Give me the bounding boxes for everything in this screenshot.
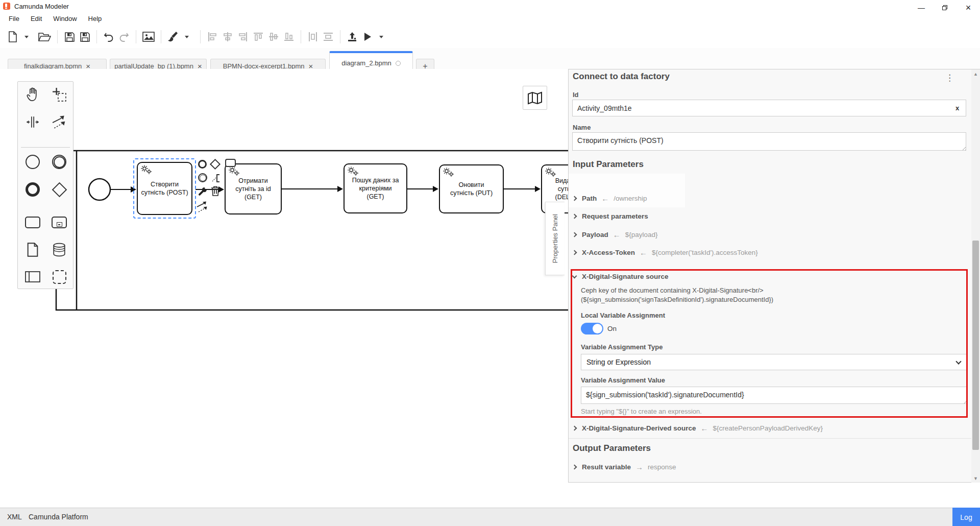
context-pad-append-task[interactable]	[225, 159, 236, 167]
task-label: Оновити	[459, 181, 484, 188]
context-pad-append-intermediate-event[interactable]	[198, 173, 207, 182]
chevron-down-icon	[955, 358, 961, 364]
create-data-store[interactable]	[51, 241, 68, 258]
minimize-button[interactable]: —	[910, 0, 933, 15]
param-label: Result variable	[582, 463, 631, 471]
global-connect-tool[interactable]	[51, 113, 68, 131]
align-left-button[interactable]	[205, 28, 220, 45]
new-file-button[interactable]	[5, 28, 20, 45]
save-as-button[interactable]	[77, 28, 92, 45]
chevron-right-icon	[572, 196, 577, 201]
menu-help[interactable]: Help	[84, 13, 107, 25]
context-pad-append-text-annotation[interactable]	[211, 173, 223, 184]
deploy-upload-icon	[347, 31, 358, 42]
kebab-menu-icon[interactable]: ⋮	[945, 73, 954, 83]
param-row-payload[interactable]: Payload ← ${payload}	[573, 230, 658, 239]
variable-assignment-value-textarea[interactable]: ${sign_submission('taskId').signatureDoc…	[581, 387, 968, 404]
param-value: ${completer('taskId').accessToken}	[652, 249, 758, 256]
toolbar-separator	[136, 30, 136, 43]
menu-file[interactable]: File	[4, 13, 24, 25]
param-row-path[interactable]: Path ← /ownership	[573, 194, 647, 203]
xml-view-button[interactable]: XML	[7, 513, 22, 521]
log-button[interactable]: Log	[952, 508, 980, 526]
toolbar-separator	[340, 30, 340, 43]
context-pad-append-end-event[interactable]	[198, 160, 207, 169]
toolbar-separator	[200, 30, 201, 43]
save-as-icon	[80, 32, 90, 42]
create-end-event[interactable]	[24, 181, 41, 198]
create-group[interactable]	[51, 268, 68, 285]
create-task[interactable]	[24, 213, 41, 231]
new-file-dropdown[interactable]	[20, 28, 36, 45]
param-row-x-digital-signature-derived-source[interactable]: X-Digital-Signature-Derived source ← ${c…	[573, 424, 823, 433]
create-subprocess[interactable]	[51, 213, 68, 231]
service-task-gear-icon	[228, 166, 240, 178]
input-arrow-icon: ←	[640, 248, 647, 257]
gateway-icon	[210, 159, 220, 170]
align-center-vertical-button[interactable]	[220, 28, 235, 45]
open-file-button[interactable]	[36, 28, 53, 45]
bpmn-canvas[interactable]: Створитисутність (POST) Отриматисутніть …	[0, 69, 568, 483]
hand-tool[interactable]	[24, 86, 41, 103]
deploy-button[interactable]	[345, 28, 360, 45]
name-textarea[interactable]: Створити сутність (POST)	[572, 132, 966, 151]
map-icon	[527, 91, 543, 105]
service-task-create-entity[interactable]: Створитисутність (POST)	[137, 162, 192, 215]
menu-edit[interactable]: Edit	[26, 13, 46, 25]
variable-assignment-type-select[interactable]: String or Expression	[581, 354, 968, 370]
align-middle-button[interactable]	[266, 28, 281, 45]
create-data-object[interactable]	[24, 241, 41, 258]
id-input[interactable]	[572, 100, 966, 116]
param-value: ${payload}	[625, 231, 658, 238]
param-row-x-digital-signature-source[interactable]: X-Digital-Signature source	[573, 273, 669, 280]
start-process-dropdown[interactable]	[375, 28, 390, 45]
context-pad-append-gateway[interactable]	[211, 160, 219, 168]
scrollbar-thumb[interactable]	[972, 241, 979, 450]
platform-label[interactable]: Camunda Platform	[29, 513, 88, 521]
create-intermediate-event[interactable]	[51, 153, 68, 171]
close-button[interactable]: ×	[957, 0, 980, 15]
restore-button[interactable]	[933, 0, 957, 15]
service-task-search-by-criteria[interactable]: Пошук даних закритеріями(GET)	[344, 163, 407, 213]
distribute-vertical-button[interactable]	[321, 28, 336, 45]
align-right-button[interactable]	[235, 28, 251, 45]
chevron-right-icon	[572, 426, 577, 431]
distribute-horizontal-button[interactable]	[305, 28, 321, 45]
service-task-get-by-id[interactable]: Отриматисутніть за id(GET)	[225, 163, 282, 214]
input-arrow-icon: ←	[601, 194, 609, 203]
properties-panel-toggle[interactable]: Properties Panel	[545, 202, 565, 275]
panel-scrollbar[interactable]: ▲ ▼	[971, 69, 980, 483]
space-tool[interactable]	[24, 113, 41, 131]
start-process-button[interactable]	[360, 28, 375, 45]
scroll-up-icon[interactable]: ▲	[971, 69, 980, 78]
format-painter-button[interactable]	[165, 28, 181, 45]
param-row-request-parameters[interactable]: Request parameters	[573, 212, 648, 220]
toolbar-separator	[301, 30, 301, 43]
export-image-button[interactable]	[140, 28, 157, 45]
create-start-event[interactable]	[24, 153, 41, 171]
element-palette	[17, 81, 74, 289]
task-label: Отримати	[238, 177, 267, 184]
align-top-button[interactable]	[251, 28, 266, 45]
context-pad-change-type[interactable]	[198, 187, 207, 197]
redo-button[interactable]	[116, 28, 132, 45]
menu-window[interactable]: Window	[48, 13, 81, 25]
create-gateway[interactable]	[51, 181, 68, 198]
create-participant[interactable]	[24, 268, 41, 285]
local-variable-assignment-toggle[interactable]	[581, 323, 603, 334]
minimap-toggle-button[interactable]	[523, 86, 547, 110]
param-label: Request parameters	[582, 212, 648, 220]
context-pad-connect[interactable]	[197, 201, 209, 213]
align-bottom-button[interactable]	[281, 28, 297, 45]
param-row-result-variable[interactable]: Result variable → response	[573, 463, 676, 471]
scroll-down-icon[interactable]: ▼	[971, 474, 980, 483]
lasso-tool[interactable]	[51, 86, 68, 103]
clear-id-icon[interactable]: x	[955, 104, 959, 112]
status-bar: XML Camunda Platform Log	[0, 508, 980, 526]
param-row-x-access-token[interactable]: X-Access-Token ← ${completer('taskId').a…	[573, 248, 758, 257]
undo-button[interactable]	[101, 28, 116, 45]
save-button[interactable]	[62, 28, 77, 45]
service-task-update-entity[interactable]: Оновитисутність (PUT)	[439, 164, 504, 213]
context-pad-delete[interactable]	[211, 186, 220, 196]
format-painter-dropdown[interactable]	[181, 28, 196, 45]
